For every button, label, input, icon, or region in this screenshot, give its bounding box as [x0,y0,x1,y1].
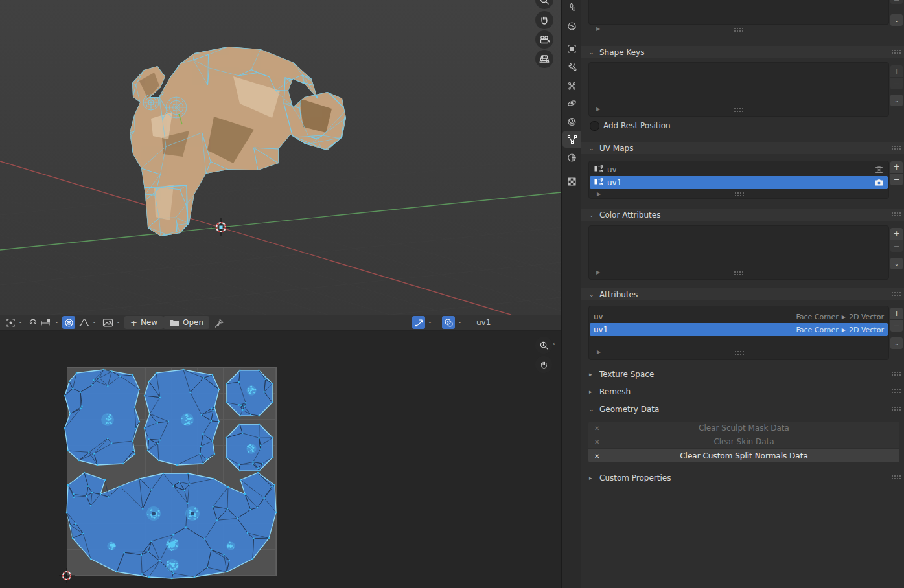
tab-modifier-properties[interactable] [562,59,581,76]
viewport-pan-icon[interactable] [535,11,553,29]
tab-particle-properties[interactable] [562,77,581,94]
panel-grip-handle[interactable] [891,371,902,376]
tab-object-data-properties[interactable] [562,131,581,148]
tab-physics-properties[interactable] [562,95,581,111]
smooth-falloff-icon [79,318,89,327]
panel-grip-handle[interactable] [891,291,902,297]
viewport-perspective-toggle-icon[interactable] [535,50,553,68]
render-camera-icon-active[interactable] [874,179,884,187]
attribute-add-button[interactable]: + [890,308,903,319]
snap-increment-icon [40,318,52,327]
overlays-dropdown-icon[interactable]: ⌄ [457,319,463,324]
tab-material-properties[interactable] [562,149,581,166]
uv-zoom-icon[interactable] [535,337,552,354]
viewport-camera-view-icon[interactable] [535,30,553,49]
uv-map-icon [594,164,603,175]
tab-texture-properties[interactable] [562,173,581,190]
pin-toggle[interactable] [213,316,226,329]
shape-key-add-button[interactable]: + [890,65,903,77]
selection-mode-dropdown-icon[interactable]: ⌄ [17,319,23,324]
uv-map-row[interactable]: uv [590,163,888,176]
uv-map-remove-button[interactable]: − [890,174,903,185]
list-specials-button[interactable]: ⌄ [890,14,903,26]
panel-header-geometry-data[interactable]: ⌄ Geometry Data [581,403,904,415]
panel-header-shape-keys[interactable]: ⌄ Shape Keys [581,46,904,58]
clear-skin-data-button[interactable]: ✕ Clear Skin Data [588,435,899,448]
attribute-specials-button[interactable]: ⌄ [890,337,903,349]
tab-world-properties[interactable] [562,17,581,34]
sidebar-collapse-icon[interactable]: ‹ [553,339,555,348]
panel-title: Remesh [599,387,631,396]
active-uv-map-label: uv1 [476,318,491,327]
panel-header-color-attributes[interactable]: ⌄ Color Attributes [581,209,904,221]
snap-target-button[interactable] [39,316,53,329]
proportional-falloff-button[interactable] [78,316,91,329]
color-attribute-add-button[interactable]: + [890,228,903,240]
uv-pan-icon[interactable] [535,356,552,373]
tab-scene-properties[interactable] [562,0,581,15]
shape-key-remove-button[interactable]: − [890,78,903,89]
image-new-button[interactable]: + New [124,316,163,329]
panel-header-remesh[interactable]: ▸ Remesh [581,385,904,398]
clear-skin-data-label: Clear Skin Data [713,437,774,446]
3d-viewport[interactable] [0,0,561,315]
panel-header-attributes[interactable]: ⌄ Attributes [581,288,904,300]
list-grip-handle[interactable] [734,107,745,113]
list-grip-handle[interactable] [734,192,745,197]
vertex-groups-list[interactable] [588,0,889,25]
panel-grip-handle[interactable] [891,145,902,150]
proportional-edit-icon [64,318,74,328]
show-overlays-toggle[interactable] [442,316,455,329]
add-rest-position-checkbox[interactable] [590,121,599,131]
render-camera-icon[interactable] [874,166,884,174]
panel-grip-handle[interactable] [891,406,902,411]
shape-key-specials-button[interactable]: ⌄ [890,95,903,106]
image-icon [102,318,113,328]
attribute-remove-button[interactable]: − [890,320,903,332]
list-resize-triangle[interactable]: ▶ [597,349,601,355]
panel-title: Shape Keys [599,48,644,57]
panel-title: Attributes [599,290,638,299]
panel-grip-handle[interactable] [891,389,902,394]
snap-dropdown-icon[interactable]: ⌄ [54,319,60,324]
list-resize-triangle[interactable]: ▶ [596,106,600,112]
proportional-editing-toggle[interactable] [62,316,75,329]
add-rest-position-label: Add Rest Position [603,121,671,130]
list-resize-triangle[interactable]: ▶ [596,26,600,32]
attribute-row-selected[interactable]: uv1 Face Corner ▶ 2D Vector [590,323,888,336]
list-resize-triangle[interactable]: ▶ [596,269,600,275]
tab-constraint-properties[interactable] [562,113,581,130]
image-dropdown-icon[interactable]: ⌄ [115,319,121,324]
uv-map-add-button[interactable]: + [890,161,903,173]
attribute-type: 2D Vector [849,326,884,334]
gizmo-dropdown-icon[interactable]: ⌄ [427,319,433,324]
tab-object-properties[interactable] [562,40,581,57]
panel-grip-handle[interactable] [891,212,902,217]
image-browse-button[interactable] [100,316,115,329]
list-remove-button[interactable]: − [890,0,903,4]
panel-header-custom-properties[interactable]: ▸ Custom Properties [581,471,904,484]
falloff-dropdown-icon[interactable]: ⌄ [91,319,97,324]
uv-map-row-selected[interactable]: uv1 [590,176,888,189]
color-attribute-specials-button[interactable]: ⌄ [890,258,903,269]
wrench-icon [567,63,577,73]
list-grip-handle[interactable] [734,350,745,356]
uv-editor[interactable]: ‹ [0,331,561,588]
panel-header-texture-space[interactable]: ▸ Texture Space [581,368,904,380]
attribute-row[interactable]: uv Face Corner ▶ 2D Vector [590,310,888,323]
list-grip-handle[interactable] [734,27,745,32]
list-grip-handle[interactable] [734,271,745,276]
panel-grip-handle[interactable] [891,475,902,480]
snap-toggle-button[interactable] [27,316,39,329]
list-resize-triangle[interactable]: ▶ [597,191,601,197]
image-open-button[interactable]: Open [163,316,209,329]
panel-header-uv-maps[interactable]: ⌄ UV Maps [581,142,904,154]
scene-icon [567,2,577,12]
panel-title: Custom Properties [599,473,671,482]
uv-selection-mode-button[interactable] [4,316,17,329]
clear-custom-split-normals-button[interactable]: ✕ Clear Custom Split Normals Data [588,449,899,462]
panel-grip-handle[interactable] [891,49,902,54]
color-attribute-remove-button[interactable]: − [890,240,903,252]
clear-sculpt-mask-button[interactable]: ✕ Clear Sculpt Mask Data [588,422,899,435]
show-gizmo-toggle[interactable] [412,316,425,329]
